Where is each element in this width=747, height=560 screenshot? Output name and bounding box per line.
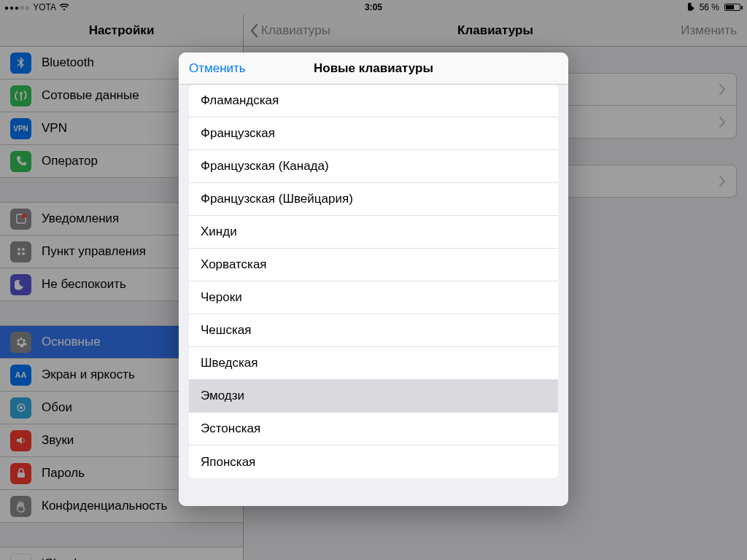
keyboard-option-label: Хорватская [201,257,267,272]
keyboard-option-label: Эстонская [201,421,260,436]
keyboard-option-label: Японская [201,455,255,470]
sheet-bottom-pad [179,478,568,494]
keyboard-option[interactable]: Французская (Швейцария) [189,183,558,216]
keyboard-option-label: Фламандская [201,93,279,108]
keyboard-option-label: Чешская [201,323,251,338]
modal-overlay[interactable]: Отменить Новые клавиатуры Фламандская Фр… [0,0,747,560]
keyboard-option[interactable]: Хинди [189,216,558,249]
sheet-header: Отменить Новые клавиатуры [179,52,568,85]
keyboard-option[interactable]: Чешская [189,314,558,347]
keyboard-options-list: Фламандская Французская Французская (Кан… [189,85,558,478]
keyboard-option-label: Французская [201,126,275,141]
keyboard-option[interactable]: Французская (Канада) [189,150,558,183]
keyboard-option[interactable]: Эстонская [189,413,558,446]
keyboard-option[interactable]: Чероки [189,281,558,314]
keyboard-option[interactable]: Хорватская [189,249,558,281]
keyboard-option[interactable]: Французская [189,117,558,150]
add-keyboard-sheet: Отменить Новые клавиатуры Фламандская Фр… [179,52,568,506]
keyboard-option-label: Чероки [201,290,242,305]
keyboard-option[interactable]: Шведская [189,347,558,380]
sheet-title: Новые клавиатуры [314,61,433,76]
sheet-body[interactable]: Фламандская Французская Французская (Кан… [179,85,568,506]
cancel-button[interactable]: Отменить [189,61,246,76]
keyboard-option[interactable]: Фламандская [189,85,558,117]
keyboard-option-label: Французская (Канада) [201,159,329,174]
keyboard-option-emoji[interactable]: Эмодзи [189,380,558,413]
keyboard-option-label: Хинди [201,225,237,239]
keyboard-option-label: Шведская [201,356,258,370]
keyboard-option[interactable]: Японская [189,446,558,478]
keyboard-option-label: Эмодзи [201,389,244,403]
keyboard-option-label: Французская (Швейцария) [201,192,353,206]
